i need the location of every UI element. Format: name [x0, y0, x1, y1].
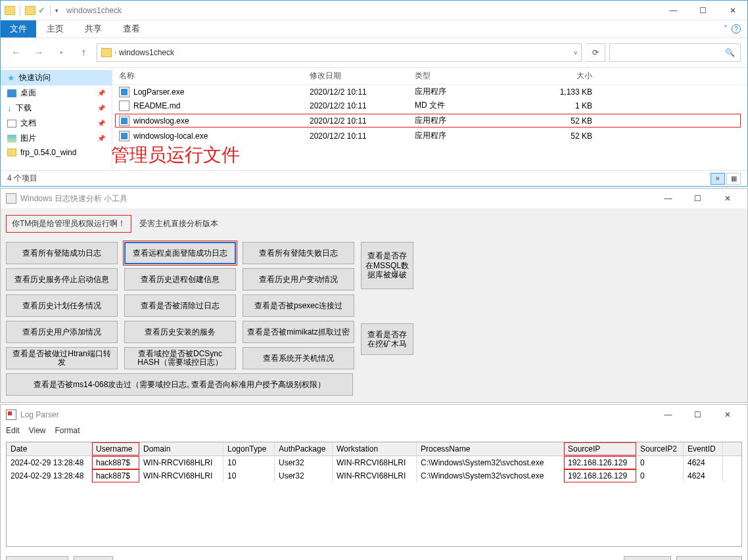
col-processname[interactable]: ProcessName [417, 442, 564, 455]
file-row[interactable]: windowslog-local.exe 2020/12/2 10:11 应用程… [112, 129, 747, 143]
col-date[interactable]: Date [7, 442, 92, 455]
logparser-titlebar[interactable]: Log Parser — ☐ ✕ [1, 405, 747, 425]
folder-icon[interactable] [25, 6, 35, 15]
address-bar[interactable]: › windows1check v [97, 43, 582, 62]
auto-resize-button[interactable]: Auto Resize [6, 556, 68, 560]
chevron-right-icon[interactable]: › [114, 49, 116, 56]
ribbon-collapse-icon[interactable]: ˄ [724, 24, 728, 34]
details-view-button[interactable]: ≡ [711, 173, 725, 185]
logparser-window: Log Parser — ☐ ✕ Edit View Format Date U… [0, 404, 748, 560]
file-type: MD 文件 [415, 100, 513, 111]
sidebar-item-desktop[interactable]: 桌面 📌 [1, 85, 112, 101]
history-chevron[interactable]: ▾ [52, 43, 70, 62]
search-input[interactable]: 🔍 [609, 43, 741, 62]
sidebar-item-folder[interactable]: frp_0.54.0_wind [1, 146, 112, 159]
grid-header: Date Username Domain LogonType AuthPacka… [7, 442, 741, 456]
ribbon-home[interactable]: 主页 [36, 20, 74, 37]
btn-task-history[interactable]: 查看历史计划任务情况 [6, 294, 118, 317]
col-sourceip2[interactable]: SourceIP2 [636, 442, 684, 455]
icons-view-button[interactable]: ▦ [726, 173, 741, 185]
folder-icon [7, 149, 16, 156]
btn-mimikatz[interactable]: 查看是否被mimikatz抓取过密 [243, 321, 354, 343]
close-button[interactable]: ✕ [718, 1, 747, 20]
btn-process-history[interactable]: 查看历史进程创建信息 [124, 268, 236, 291]
btn-all-login-success[interactable]: 查看所有登陆成功日志 [6, 242, 118, 264]
maximize-button[interactable]: ☐ [688, 1, 718, 20]
check-icon[interactable]: ✓ [38, 5, 45, 15]
chevron-down-icon[interactable]: ▾ [55, 7, 58, 14]
col-domain[interactable]: Domain [139, 442, 223, 455]
star-icon: ★ [7, 73, 15, 83]
btn-user-add-history[interactable]: 查看历史用户添加情况 [6, 321, 118, 343]
exe-icon [119, 116, 129, 126]
breadcrumb[interactable]: windows1check [119, 48, 174, 57]
col-date[interactable]: 修改日期 [310, 70, 415, 82]
download-icon: ↓ [7, 103, 12, 113]
nav-pane: ★ 快速访问 桌面 📌 ↓ 下载 📌 文档 📌 图片 📌 [1, 68, 112, 170]
menu-view[interactable]: View [29, 426, 46, 435]
all-rows-button[interactable]: All rows [624, 556, 671, 560]
file-row[interactable]: LogParser.exe 2020/12/2 10:11 应用程序 1,133… [112, 85, 747, 99]
col-size[interactable]: 大小 [513, 70, 592, 82]
btn-service-history[interactable]: 查看历史服务停止启动信息 [6, 268, 118, 291]
help-icon[interactable]: ? [732, 24, 741, 34]
btn-ms14-068[interactable]: 查看是否被ms14-068攻击过（需要域控日志, 查看是否向标准用户授予高级别权… [6, 373, 353, 396]
col-logontype[interactable]: LogonType [223, 442, 275, 455]
file-row[interactable]: README.md 2020/12/2 10:11 MD 文件 1 KB [112, 99, 747, 112]
up-button[interactable]: ↑ [74, 43, 93, 62]
grid-row[interactable]: 2024-02-29 13:28:48 hack887$ WIN-RRCVI68… [7, 456, 741, 469]
file-name: windowslog.exe [133, 116, 310, 126]
col-eventid[interactable]: EventID [684, 442, 723, 455]
col-name[interactable]: 名称 [119, 70, 310, 82]
btn-log-cleared[interactable]: 查看是否被清除过日志 [124, 294, 236, 317]
minimize-button[interactable]: — [653, 405, 683, 425]
close-button[interactable]: Close [74, 556, 114, 560]
back-button[interactable]: ← [7, 43, 26, 62]
search-icon: 🔍 [725, 48, 735, 57]
btn-dcsync[interactable]: 查看域控是否被DCSync HASH（需要域控日志） [124, 347, 236, 369]
explorer-titlebar[interactable]: ✓ ▾ windows1check — ☐ ✕ [1, 1, 747, 20]
sidebar-item-documents[interactable]: 文档 📌 [1, 116, 112, 131]
col-sourceip[interactable]: SourceIP [564, 442, 636, 455]
btn-psexec[interactable]: 查看是否被psexec连接过 [243, 294, 354, 317]
btn-all-login-fail[interactable]: 查看所有登陆失败日志 [243, 242, 354, 264]
col-authpackage[interactable]: AuthPackage [275, 442, 333, 455]
sidebar-quick-access[interactable]: ★ 快速访问 [1, 70, 112, 85]
menu-format[interactable]: Format [55, 426, 80, 435]
maximize-button[interactable]: ☐ [683, 405, 713, 425]
chevron-down-icon[interactable]: v [574, 49, 578, 56]
forward-button[interactable]: → [30, 43, 48, 62]
ribbon-share[interactable]: 共享 [74, 20, 112, 37]
btn-power[interactable]: 查看系统开关机情况 [243, 347, 354, 369]
col-workstation[interactable]: Workstation [333, 442, 417, 455]
maximize-button[interactable]: ☐ [683, 189, 713, 208]
ribbon-view[interactable]: 查看 [112, 20, 151, 37]
btn-rdp-login-success[interactable]: 查看远程桌面登陆成功日志 [124, 242, 236, 264]
sidebar-label: 桌面 [20, 87, 36, 99]
ribbon-file[interactable]: 文件 [1, 20, 36, 37]
analyzer-titlebar[interactable]: Windows 日志快速分析 小工具 — ☐ ✕ [1, 189, 747, 208]
btn-mining[interactable]: 查看是否存在挖矿木马 [361, 323, 413, 355]
file-icon [119, 101, 129, 111]
refresh-button[interactable]: ⟳ [586, 43, 605, 62]
next-rows-button[interactable]: Next 10 rows [676, 556, 742, 560]
close-button[interactable]: ✕ [713, 405, 742, 425]
result-grid[interactable]: Date Username Domain LogonType AuthPacka… [6, 442, 742, 547]
btn-user-change[interactable]: 查看历史用户变动情况 [243, 268, 354, 291]
menu-edit[interactable]: Edit [6, 426, 20, 435]
col-type[interactable]: 类型 [415, 70, 513, 82]
folder-icon [101, 48, 112, 57]
grid-row[interactable]: 2024-02-29 13:28:48 hack887$ WIN-RRCVI68… [7, 469, 741, 482]
sidebar-label: 文档 [20, 118, 36, 129]
file-row[interactable]: windowslog.exe 2020/12/2 10:11 应用程序 52 K… [115, 114, 741, 128]
close-button[interactable]: ✕ [713, 189, 742, 208]
annotation-overlay: 管理员运行文件 [111, 143, 240, 168]
sidebar-item-pictures[interactable]: 图片 📌 [1, 131, 112, 146]
sidebar-item-downloads[interactable]: ↓ 下载 📌 [1, 101, 112, 116]
minimize-button[interactable]: — [653, 189, 683, 208]
btn-service-install[interactable]: 查看历史安装的服务 [124, 321, 236, 343]
minimize-button[interactable]: — [659, 1, 688, 20]
btn-mssql-brute[interactable]: 查看是否存在MSSQL数据库被爆破 [361, 242, 413, 289]
col-username[interactable]: Username [92, 442, 139, 455]
btn-htran[interactable]: 查看是否被做过Htran端口转发 [6, 347, 118, 369]
